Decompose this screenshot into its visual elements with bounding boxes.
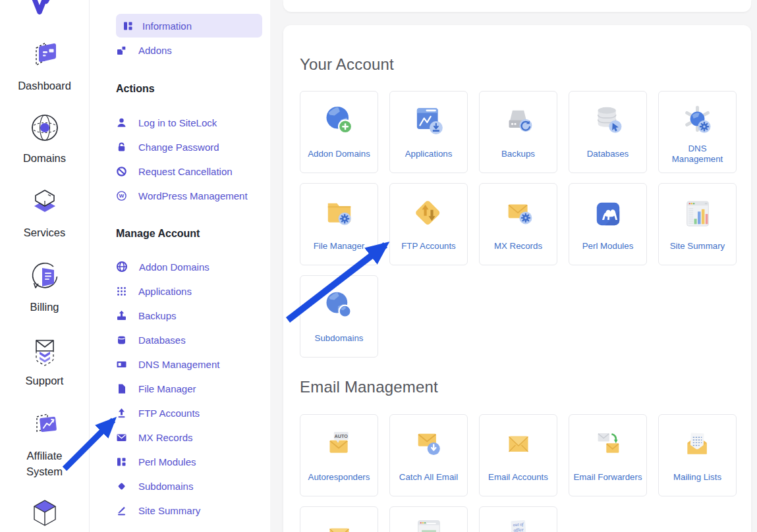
- account-card: Your Account Addon Domains: [283, 25, 751, 532]
- tile-label: Databases: [583, 141, 633, 173]
- tile-file-manager[interactable]: File Manager: [300, 183, 378, 265]
- nav-item-file-manager[interactable]: File Manager: [116, 380, 196, 397]
- support-envelope-icon: [28, 333, 62, 367]
- tile-label: Catch All Email: [395, 464, 462, 496]
- domains-globe-icon: [28, 111, 62, 145]
- sidebar-item-label: Domains: [0, 150, 89, 166]
- tile-email-accounts[interactable]: Email Accounts: [479, 414, 557, 496]
- globe-plus-icon: [320, 103, 359, 141]
- nav-item-label: Log in to SiteLock: [138, 117, 217, 128]
- upload-tray-icon: [116, 310, 127, 321]
- perl-camel-icon: [588, 195, 628, 233]
- sidebar-item-affiliate-system[interactable]: Affiliate System: [0, 408, 89, 479]
- nav-item-label: MX Records: [138, 432, 193, 443]
- tile-perl-modules[interactable]: Perl Modules: [569, 183, 647, 265]
- tile-dns-management[interactable]: DNS Management: [658, 91, 737, 173]
- information-blocks-icon: [123, 20, 134, 32]
- sidebar-item-label: Support: [0, 373, 89, 388]
- verpex-logo-icon: [26, 0, 59, 16]
- tile-mx-records[interactable]: MX Records: [479, 183, 557, 265]
- tile-label: Email Accounts: [484, 464, 552, 496]
- ban-icon: [116, 166, 127, 177]
- tile-label: Applications: [401, 141, 457, 173]
- tile-label: Autoresponders: [304, 464, 374, 496]
- nav-item-applications[interactable]: Applications: [116, 282, 192, 300]
- nav-item-mx-records[interactable]: MX Records: [116, 429, 193, 446]
- lock-icon: [116, 142, 127, 153]
- nav-item-label: Addon Domains: [139, 261, 210, 273]
- nav-item-addons[interactable]: Addons: [116, 41, 172, 59]
- tile-label: DNS Management: [659, 141, 736, 173]
- sidebar-item-services[interactable]: Services: [0, 185, 89, 240]
- tile-addon-domains[interactable]: Addon Domains: [300, 91, 378, 173]
- svg-text:AUTO: AUTO: [334, 433, 348, 439]
- sidebar-item-label: Affiliate System: [12, 448, 78, 479]
- tile-subdomains[interactable]: Subdomains: [300, 275, 378, 358]
- tile-autoresponders[interactable]: AUTO Autoresponders: [300, 414, 378, 496]
- email-management-grid: AUTO Autoresponders Catch All: [300, 414, 737, 532]
- envelope-gear-icon: [499, 195, 538, 233]
- tile-label: Backups: [497, 141, 539, 173]
- envelope-plain-icon: [499, 426, 538, 464]
- tile-label: Perl Modules: [578, 233, 638, 265]
- nav-item-login-sitelock[interactable]: Log in to SiteLock: [116, 114, 217, 131]
- nav-item-label: Information: [142, 20, 192, 32]
- database-icon: [116, 334, 127, 346]
- sidebar-item-support[interactable]: Support: [0, 333, 89, 388]
- tile-label: FTP Accounts: [397, 233, 460, 265]
- nav-item-label: WordPress Management: [138, 190, 248, 201]
- nav-item-dns-management[interactable]: DNS Management: [116, 356, 219, 373]
- tile-label: Mailing Lists: [669, 464, 725, 496]
- tile-backups[interactable]: Backups: [479, 91, 557, 173]
- section-heading-actions: Actions: [116, 83, 155, 95]
- tile-label: MX Records: [490, 233, 546, 265]
- tile-partial-2[interactable]: [389, 506, 468, 532]
- browser-partial-icon: [409, 518, 449, 532]
- sidebar-item-domains[interactable]: Domains: [0, 111, 89, 166]
- browser-chart-icon: [678, 195, 717, 233]
- tile-catch-all-email[interactable]: Catch All Email: [389, 414, 468, 496]
- wordpress-icon: W: [116, 190, 127, 201]
- file-icon: [116, 383, 127, 394]
- tile-email-forwarders[interactable]: Email Forwarders: [569, 414, 647, 496]
- nav-item-backups[interactable]: Backups: [116, 307, 177, 324]
- nav-item-label: Databases: [138, 334, 186, 346]
- nav-item-wordpress-management[interactable]: W WordPress Management: [116, 187, 248, 204]
- tile-mailing-lists[interactable]: Mailing Lists: [658, 414, 737, 496]
- nav-item-information[interactable]: Information: [116, 14, 262, 38]
- sidebar-item-dashboard[interactable]: Dashboard: [0, 38, 89, 93]
- brand-logo[interactable]: [26, 0, 59, 18]
- tile-ftp-accounts[interactable]: FTP Accounts: [389, 183, 468, 265]
- tile-partial-1[interactable]: [300, 506, 378, 532]
- ftp-sign-arrows-icon: [409, 195, 449, 233]
- primary-sidebar: Dashboard Domains Services: [0, 0, 90, 532]
- nav-item-addon-domains[interactable]: Addon Domains: [116, 258, 210, 275]
- affiliate-chart-icon: [28, 408, 62, 442]
- nav-item-perl-modules[interactable]: Perl Modules: [116, 453, 196, 470]
- sidebar-item-label: Services: [0, 225, 89, 240]
- tile-applications[interactable]: Applications: [389, 91, 468, 173]
- tile-site-summary[interactable]: Site Summary: [658, 183, 737, 265]
- subdomain-diamond-icon: [116, 481, 127, 492]
- nav-item-label: File Manager: [138, 383, 196, 394]
- nav-item-request-cancellation[interactable]: Request Cancellation: [116, 163, 233, 180]
- tile-label: File Manager: [310, 233, 369, 265]
- tile-partial-3[interactable]: out of office: [479, 506, 557, 532]
- dns-card-icon: [116, 359, 127, 370]
- nav-item-ftp-accounts[interactable]: FTP Accounts: [116, 404, 200, 421]
- nav-item-databases[interactable]: Databases: [116, 331, 186, 348]
- tile-label: Email Forwarders: [569, 464, 646, 496]
- nav-item-label: DNS Management: [138, 359, 219, 370]
- main-content: Your Account Addon Domains: [270, 0, 757, 532]
- nav-item-change-password[interactable]: Change Password: [116, 138, 219, 155]
- site-summary-slope-icon: [116, 505, 127, 516]
- sidebar-item-label: Dashboard: [0, 78, 89, 93]
- section-heading-manage-account: Manage Account: [116, 228, 200, 240]
- hosting-control-panel: Dashboard Domains Services: [0, 0, 757, 532]
- sidebar-item-cube[interactable]: [0, 498, 89, 532]
- svg-text:W: W: [119, 193, 125, 199]
- nav-item-subdomains[interactable]: Subdomains: [116, 477, 193, 494]
- nav-item-site-summary[interactable]: Site Summary: [116, 502, 200, 519]
- tile-databases[interactable]: Databases: [569, 91, 647, 173]
- sidebar-item-billing[interactable]: Billing: [0, 259, 89, 315]
